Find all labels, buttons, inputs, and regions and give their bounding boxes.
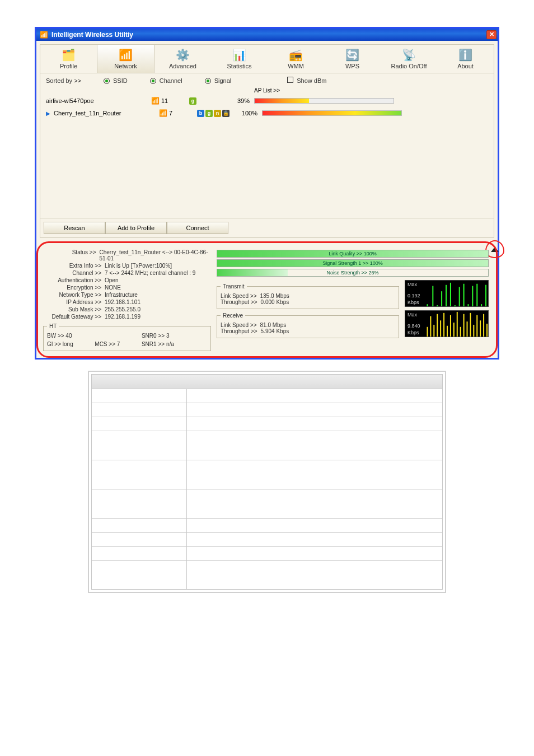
ap-signal-bar xyxy=(254,98,394,104)
show-dbm-checkbox[interactable] xyxy=(287,77,293,84)
close-button[interactable]: ✕ xyxy=(486,30,496,39)
table-header xyxy=(92,375,443,389)
advanced-icon: ⚙️ xyxy=(176,48,190,62)
ap-signal-pct: 39% xyxy=(227,97,250,104)
ap-row[interactable]: airlive-wl5470poe 📶 11 g 39% xyxy=(40,95,494,107)
noise-strength-text: Noise Strength >> 26% xyxy=(326,270,378,276)
ap-list-label: AP List >> xyxy=(254,87,280,94)
tab-advanced[interactable]: ⚙️ Advanced xyxy=(154,45,211,73)
ap-channel: 11 xyxy=(161,97,168,104)
add-to-profile-button[interactable]: Add to Profile xyxy=(105,222,167,234)
rx-throughput: 5.904 Kbps xyxy=(261,328,289,334)
ap-channel: 7 xyxy=(169,110,172,116)
table-row xyxy=(92,489,443,519)
tab-about[interactable]: ℹ️ About xyxy=(437,45,494,73)
table-row xyxy=(92,533,443,547)
rescan-button[interactable]: Rescan xyxy=(44,222,105,234)
tab-label: Radio On/Off xyxy=(391,63,427,69)
show-dbm-label: Show dBm xyxy=(297,77,326,84)
antenna-icon: 📶 xyxy=(151,97,160,105)
nettype-key: Network Type >> xyxy=(43,292,105,298)
profile-icon: 🗂️ xyxy=(62,48,76,62)
channel-value: 7 <--> 2442 MHz; central channel : 9 xyxy=(105,270,195,276)
mask-value: 255.255.255.0 xyxy=(105,306,140,312)
title-bar: 📶 Intelligent Wireless Utiltiy ✕ xyxy=(36,29,498,41)
tab-label: Advanced xyxy=(169,63,196,69)
mode-n-badge: n xyxy=(214,110,221,117)
ap-signal-pct: 100% xyxy=(235,110,257,116)
ap-row[interactable]: Cherry_test_11n_Router 📶 7 b g n 🔒 100% xyxy=(40,107,494,119)
mask-key: Sub Mask >> xyxy=(43,306,105,312)
table-row xyxy=(92,431,443,460)
sort-signal-label: Signal xyxy=(214,77,232,84)
sort-signal-radio[interactable] xyxy=(205,77,211,84)
app-icon: 📶 xyxy=(40,31,48,39)
table-row xyxy=(92,403,443,417)
network-icon: 📶 xyxy=(119,48,133,62)
nettype-value: Infrastructure xyxy=(105,292,138,298)
table-row xyxy=(92,547,443,561)
gw-key: Default Gateway >> xyxy=(43,314,105,320)
auth-key: Authentication >> xyxy=(43,277,105,283)
receive-legend: Receive xyxy=(221,312,245,319)
tab-radio[interactable]: 📡 Radio On/Off xyxy=(381,45,437,73)
receive-fieldset: Receive Link Speed >> 81.0 Mbps Throughp… xyxy=(217,312,399,338)
table-row xyxy=(92,561,443,590)
ap-ssid: Cherry_test_11n_Router xyxy=(54,110,154,116)
wps-icon: 🔄 xyxy=(345,48,359,62)
mode-b-badge: b xyxy=(197,110,204,117)
extra-key: Extra Info >> xyxy=(43,263,105,269)
transmit-legend: Transmit xyxy=(221,283,247,290)
table-row xyxy=(92,460,443,489)
transmit-fieldset: Transmit Link Speed >> 135.0 Mbps Throug… xyxy=(217,283,399,309)
signal-strength-meter: Signal Strength 1 >> 100% xyxy=(217,259,489,267)
auth-value: Open xyxy=(105,277,118,283)
connect-button[interactable]: Connect xyxy=(167,222,228,234)
signal-strength-text: Signal Strength 1 >> 100% xyxy=(322,260,383,266)
tab-label: Profile xyxy=(60,63,77,69)
tab-label: Network xyxy=(114,63,137,69)
rx-graph: Max 9.840 Kbps xyxy=(405,310,489,337)
tx-throughput: 0.000 Kbps xyxy=(261,299,289,305)
tab-profile[interactable]: 🗂️ Profile xyxy=(40,45,97,73)
tab-network[interactable]: 📶 Network xyxy=(97,45,154,73)
sorted-by-label: Sorted by >> xyxy=(46,77,81,84)
link-quality-text: Link Quality >> 100% xyxy=(329,251,377,256)
link-quality-meter: Link Quality >> 100% xyxy=(217,250,489,258)
tab-label: About xyxy=(457,63,474,69)
channel-key: Channel >> xyxy=(43,270,105,276)
wmm-icon: 📻 xyxy=(289,48,303,62)
description-table xyxy=(88,371,446,593)
statistics-icon: 📊 xyxy=(232,48,246,62)
ht-legend: HT xyxy=(47,323,59,329)
tab-label: Statistics xyxy=(227,63,251,69)
sort-channel-radio[interactable] xyxy=(150,77,156,84)
tab-label: WPS xyxy=(345,63,359,69)
ip-key: IP Address >> xyxy=(43,299,105,305)
ip-value: 192.168.1.101 xyxy=(105,299,140,305)
tab-label: WMM xyxy=(288,63,304,69)
tx-graph: Max 0.192 Kbps xyxy=(405,280,489,307)
ap-ssid: airlive-wl5470poe xyxy=(46,97,147,104)
rx-link-speed: 81.0 Mbps xyxy=(260,322,287,328)
tx-link-speed: 135.0 Mbps xyxy=(260,293,289,299)
mode-g-badge: g xyxy=(205,110,213,117)
extra-value: Link is Up [TxPower:100%] xyxy=(105,263,172,269)
status-key: Status >> xyxy=(43,249,100,262)
table-row xyxy=(92,417,443,431)
table-row xyxy=(92,519,443,533)
about-icon: ℹ️ xyxy=(458,48,472,62)
sort-filter-bar: Sorted by >> SSID Channel Signal Show dB… xyxy=(40,73,494,87)
tab-statistics[interactable]: 📊 Statistics xyxy=(211,45,268,73)
enc-value: NONE xyxy=(105,284,121,291)
noise-strength-meter: Noise Strength >> 26% xyxy=(217,269,489,277)
enc-key: Encryption >> xyxy=(43,284,105,291)
tab-wmm[interactable]: 📻 WMM xyxy=(268,45,324,73)
gw-value: 192.168.1.199 xyxy=(105,314,140,320)
lock-icon: 🔒 xyxy=(222,110,229,117)
sort-ssid-label: SSID xyxy=(113,77,128,84)
sort-channel-label: Channel xyxy=(160,77,182,84)
tab-wps[interactable]: 🔄 WPS xyxy=(324,45,381,73)
sort-ssid-radio[interactable] xyxy=(104,77,110,84)
ht-fieldset: HT BW >> 40 SNR0 >> 3 GI >> long MCS >> … xyxy=(43,323,211,351)
